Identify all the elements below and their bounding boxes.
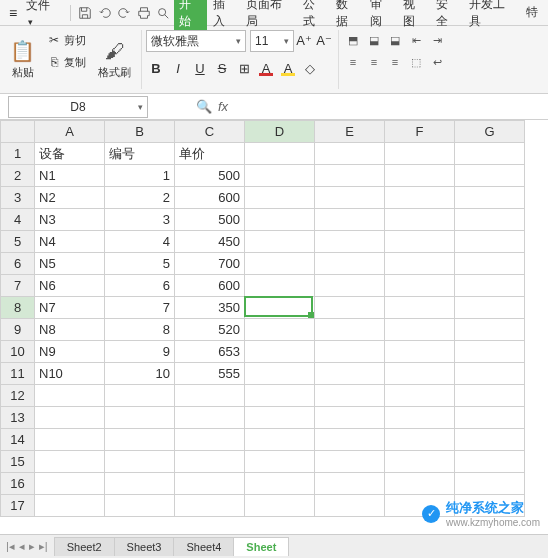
cell[interactable]: 700 (175, 253, 245, 275)
row-header[interactable]: 2 (1, 165, 35, 187)
tab-insert[interactable]: 插入 (209, 0, 240, 32)
cell[interactable] (385, 143, 455, 165)
indent-decrease-button[interactable]: ⇤ (406, 30, 426, 50)
cell[interactable] (315, 187, 385, 209)
cell[interactable] (245, 341, 315, 363)
align-right-button[interactable]: ≡ (385, 52, 405, 72)
cell[interactable] (175, 495, 245, 517)
selected-cell[interactable] (245, 297, 315, 319)
align-center-button[interactable]: ≡ (364, 52, 384, 72)
cell[interactable]: 500 (175, 209, 245, 231)
cell[interactable] (455, 429, 525, 451)
row-header[interactable]: 6 (1, 253, 35, 275)
cell[interactable] (245, 231, 315, 253)
increase-font-button[interactable]: A⁺ (294, 30, 314, 50)
select-all-corner[interactable] (1, 121, 35, 143)
copy-button[interactable]: ⎘ 复制 (43, 52, 90, 72)
cell[interactable] (175, 451, 245, 473)
cell[interactable]: N1 (35, 165, 105, 187)
row-header[interactable]: 10 (1, 341, 35, 363)
cell[interactable] (35, 429, 105, 451)
menu-icon[interactable]: ≡ (6, 5, 20, 21)
cell[interactable] (385, 429, 455, 451)
cell[interactable] (105, 451, 175, 473)
row-header[interactable]: 1 (1, 143, 35, 165)
align-left-button[interactable]: ≡ (343, 52, 363, 72)
strikethrough-button[interactable]: S (212, 58, 232, 78)
paste-button[interactable]: 📋 粘贴 (4, 30, 41, 89)
row-header[interactable]: 14 (1, 429, 35, 451)
wrap-button[interactable]: ↩ (427, 52, 447, 72)
font-color-button[interactable]: A (256, 58, 276, 78)
cell[interactable] (175, 429, 245, 451)
col-header-d[interactable]: D (245, 121, 315, 143)
row-header[interactable]: 4 (1, 209, 35, 231)
sheet-nav-prev[interactable]: ◂ (19, 540, 25, 553)
cell[interactable]: N4 (35, 231, 105, 253)
name-box[interactable]: D8 ▾ (8, 96, 148, 118)
cell[interactable] (315, 209, 385, 231)
cell[interactable] (385, 407, 455, 429)
row-header[interactable]: 9 (1, 319, 35, 341)
cell[interactable] (315, 297, 385, 319)
sheet-nav-last[interactable]: ▸| (39, 540, 48, 553)
row-header[interactable]: 7 (1, 275, 35, 297)
cell[interactable] (385, 231, 455, 253)
cell[interactable] (455, 407, 525, 429)
cell[interactable] (385, 363, 455, 385)
cell[interactable] (385, 253, 455, 275)
sheet-tab[interactable]: Sheet2 (54, 537, 115, 556)
cell[interactable] (385, 385, 455, 407)
cell[interactable]: 600 (175, 187, 245, 209)
cell[interactable] (35, 495, 105, 517)
cell[interactable] (385, 341, 455, 363)
cell[interactable] (315, 165, 385, 187)
cell[interactable] (455, 363, 525, 385)
cell[interactable] (245, 275, 315, 297)
redo-icon[interactable] (115, 4, 132, 22)
file-menu[interactable]: 文件 ▾ (22, 0, 63, 30)
cell[interactable] (315, 495, 385, 517)
cell[interactable] (385, 451, 455, 473)
cell[interactable] (315, 363, 385, 385)
cell[interactable] (315, 275, 385, 297)
cell[interactable]: 编号 (105, 143, 175, 165)
cell[interactable] (35, 407, 105, 429)
tab-data[interactable]: 数据 (332, 0, 363, 32)
cell[interactable]: 4 (105, 231, 175, 253)
cell[interactable] (35, 451, 105, 473)
cell[interactable] (35, 473, 105, 495)
sheet-tab-active[interactable]: Sheet (233, 537, 289, 556)
cell[interactable] (105, 473, 175, 495)
cell[interactable] (315, 143, 385, 165)
cell[interactable] (245, 451, 315, 473)
align-bottom-button[interactable]: ⬓ (385, 30, 405, 50)
search-icon[interactable]: 🔍 (196, 99, 212, 114)
row-header[interactable]: 11 (1, 363, 35, 385)
cell[interactable] (315, 231, 385, 253)
merge-button[interactable]: ⬚ (406, 52, 426, 72)
border-button[interactable]: ⊞ (234, 58, 254, 78)
cell[interactable] (385, 187, 455, 209)
cell[interactable]: 653 (175, 341, 245, 363)
fill-color-button[interactable]: A (278, 58, 298, 78)
cell[interactable]: 2 (105, 187, 175, 209)
cell[interactable] (245, 473, 315, 495)
cell[interactable]: 1 (105, 165, 175, 187)
cell[interactable] (455, 319, 525, 341)
tab-page-layout[interactable]: 页面布局 (242, 0, 297, 32)
cell[interactable] (315, 451, 385, 473)
cell[interactable]: N6 (35, 275, 105, 297)
col-header-c[interactable]: C (175, 121, 245, 143)
clear-format-button[interactable]: ◇ (300, 58, 320, 78)
cell[interactable] (105, 429, 175, 451)
cell[interactable] (315, 319, 385, 341)
cell[interactable] (245, 407, 315, 429)
cell[interactable]: 7 (105, 297, 175, 319)
cell[interactable] (245, 363, 315, 385)
cell[interactable] (455, 253, 525, 275)
cell[interactable]: 6 (105, 275, 175, 297)
cell[interactable] (455, 385, 525, 407)
cell[interactable] (315, 429, 385, 451)
cell[interactable]: N9 (35, 341, 105, 363)
